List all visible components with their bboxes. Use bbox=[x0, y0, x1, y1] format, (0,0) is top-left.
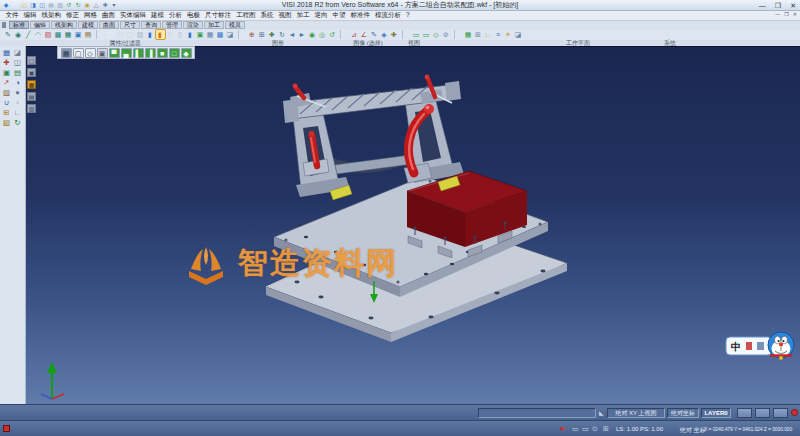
dyn-zoom-icon[interactable]: ◎ bbox=[318, 30, 327, 39]
sphere-tools-icon[interactable]: ● bbox=[12, 88, 23, 98]
system-grid-icon[interactable]: ⊞ bbox=[474, 30, 483, 39]
plane-tools-icon[interactable]: ◫ bbox=[12, 58, 23, 68]
menu-item[interactable]: 建模 bbox=[149, 11, 167, 20]
material-icon[interactable]: ▩ bbox=[216, 30, 225, 39]
filter-point-icon[interactable]: ◉ bbox=[14, 30, 23, 39]
refresh-icon[interactable]: ↺ bbox=[328, 30, 337, 39]
mdi-minimize-button[interactable]: — bbox=[775, 11, 780, 17]
solid-tools-icon[interactable]: ▣ bbox=[1, 68, 12, 78]
view-isometric-icon[interactable]: ◆ bbox=[181, 48, 192, 58]
move-tools-icon[interactable]: ↗ bbox=[1, 78, 12, 88]
menu-item[interactable]: 电极 bbox=[185, 11, 203, 20]
zoom-all-icon[interactable]: ⊕ bbox=[248, 30, 257, 39]
app-icon[interactable]: ◆ bbox=[2, 1, 10, 9]
system-snap-icon[interactable]: ▦ bbox=[464, 30, 473, 39]
menu-item[interactable]: 线架构 bbox=[39, 11, 64, 20]
menu-item[interactable]: 文件 bbox=[3, 11, 21, 20]
prev-view-icon[interactable]: ◄ bbox=[288, 30, 297, 39]
new-file-icon[interactable]: ▢ bbox=[11, 1, 19, 9]
clip-plane-icon[interactable]: ▢ bbox=[27, 56, 36, 65]
status-button-3[interactable] bbox=[773, 408, 788, 418]
note-icon[interactable]: ✎ bbox=[370, 30, 379, 39]
filter-arc-icon[interactable]: ◠ bbox=[34, 30, 43, 39]
pattern-tools-icon[interactable]: ▥ bbox=[1, 88, 12, 98]
close-button[interactable]: ✕ bbox=[790, 2, 796, 10]
view-front-icon[interactable]: ■ bbox=[157, 48, 168, 58]
shade-hidden-icon[interactable]: ▢ bbox=[126, 30, 135, 39]
revolve-tools-icon[interactable]: ↻ bbox=[12, 118, 23, 128]
corner-tools-icon[interactable]: ∟ bbox=[12, 108, 23, 118]
view-top-icon[interactable]: ▀ bbox=[109, 48, 120, 58]
shade-flat-icon[interactable]: ▥ bbox=[136, 30, 145, 39]
print-icon[interactable]: ▤ bbox=[47, 1, 55, 9]
save-icon[interactable]: ◨ bbox=[29, 1, 37, 9]
shade-off-icon[interactable]: ▢ bbox=[106, 30, 115, 39]
grid-toggle-icon[interactable]: ⊞ bbox=[603, 425, 609, 433]
measure-dist-icon[interactable]: ⊿ bbox=[350, 30, 359, 39]
rotate-tools-icon[interactable]: ◑ bbox=[12, 78, 23, 88]
zoom-window-icon[interactable]: ⊞ bbox=[258, 30, 267, 39]
menu-item[interactable]: 实体编辑 bbox=[118, 11, 149, 20]
attr-color-icon[interactable]: ▣ bbox=[74, 30, 83, 39]
view-iso-icon[interactable]: ▦ bbox=[61, 48, 72, 58]
status-button-1[interactable] bbox=[737, 408, 752, 418]
current-color-swatch[interactable] bbox=[3, 425, 10, 432]
block-tools-icon[interactable]: ▫ bbox=[12, 98, 23, 108]
point-tools-icon[interactable]: ✚ bbox=[1, 58, 12, 68]
status-button-2[interactable] bbox=[755, 408, 770, 418]
workplane-entity-icon[interactable]: ◇ bbox=[432, 30, 441, 39]
menu-item[interactable]: 加工 bbox=[294, 11, 312, 20]
view-right-icon[interactable]: ▐ bbox=[145, 48, 156, 58]
view-box-icon[interactable]: ▣ bbox=[97, 48, 108, 58]
grid-tools-icon[interactable]: ⊞ bbox=[1, 108, 12, 118]
menu-item[interactable]: 工程图 bbox=[234, 11, 259, 20]
shade-blue-icon[interactable]: ▮ bbox=[146, 30, 155, 39]
toolbar-tab[interactable]: 加工 bbox=[204, 21, 224, 29]
wireframe-tools-icon[interactable]: ▦ bbox=[1, 48, 12, 58]
view-left-icon[interactable]: ▌ bbox=[133, 48, 144, 58]
toolbar-tab[interactable]: 管理 bbox=[162, 21, 182, 29]
info-icon[interactable]: ◈ bbox=[380, 30, 389, 39]
workplane-xy-icon[interactable]: ▭ bbox=[412, 30, 421, 39]
toolbar-tab[interactable]: 模具 bbox=[225, 21, 245, 29]
dyn-rotate-icon[interactable]: ◉ bbox=[308, 30, 317, 39]
toolbar-tab[interactable]: 编辑 bbox=[30, 21, 50, 29]
shade-ghost-icon[interactable]: ▯ bbox=[166, 30, 175, 39]
system-ortho-icon[interactable]: ∟ bbox=[484, 30, 493, 39]
render-icon[interactable]: ▣ bbox=[196, 30, 205, 39]
clip-section-icon[interactable]: ▤ bbox=[27, 92, 36, 101]
mdi-close-button[interactable]: ✕ bbox=[793, 11, 797, 17]
view-back-icon[interactable]: □ bbox=[169, 48, 180, 58]
sketch-tools-icon[interactable]: ▤ bbox=[12, 68, 23, 78]
shadow-icon[interactable]: ◪ bbox=[226, 30, 235, 39]
pick-help-icon[interactable]: ✚ bbox=[390, 30, 399, 39]
system-prefs-icon[interactable]: ✶ bbox=[504, 30, 513, 39]
texture-icon[interactable]: ▦ bbox=[206, 30, 215, 39]
measure-angle-icon[interactable]: ∠ bbox=[360, 30, 369, 39]
3d-viewport[interactable] bbox=[26, 46, 800, 404]
menu-item[interactable]: ? bbox=[404, 11, 413, 20]
stop-icon[interactable]: ■ bbox=[560, 425, 564, 433]
save-all-icon[interactable]: ◫ bbox=[38, 1, 46, 9]
toolbar-tab[interactable]: 曲面 bbox=[99, 21, 119, 29]
clip-slice-icon[interactable]: ▥ bbox=[27, 104, 36, 113]
undo-icon[interactable]: ↺ bbox=[65, 1, 73, 9]
pan-icon[interactable]: ✚ bbox=[268, 30, 277, 39]
menu-item[interactable]: 中望 bbox=[330, 11, 348, 20]
system-layers-icon[interactable]: ≡ bbox=[494, 30, 503, 39]
measure-icon[interactable]: △ bbox=[92, 1, 100, 9]
next-view-icon[interactable]: ► bbox=[298, 30, 307, 39]
view-bottom-icon[interactable]: ▄ bbox=[121, 48, 132, 58]
open-file-icon[interactable]: ◱ bbox=[20, 1, 28, 9]
workplane-view-icon[interactable]: ▭ bbox=[422, 30, 431, 39]
menu-item[interactable]: 修正 bbox=[64, 11, 82, 20]
redo-icon[interactable]: ↻ bbox=[74, 1, 82, 9]
filter-all-icon[interactable]: ▦ bbox=[64, 30, 73, 39]
attr-layer-icon[interactable]: ▤ bbox=[84, 30, 93, 39]
view-wire-icon[interactable]: ◇ bbox=[85, 48, 96, 58]
filter-surface-icon[interactable]: ▧ bbox=[44, 30, 53, 39]
menu-item[interactable]: 网格 bbox=[82, 11, 100, 20]
menu-item[interactable]: 视图 bbox=[276, 11, 294, 20]
filter-line-icon[interactable]: ╱ bbox=[24, 30, 33, 39]
select-icon[interactable]: ✎ bbox=[4, 30, 13, 39]
